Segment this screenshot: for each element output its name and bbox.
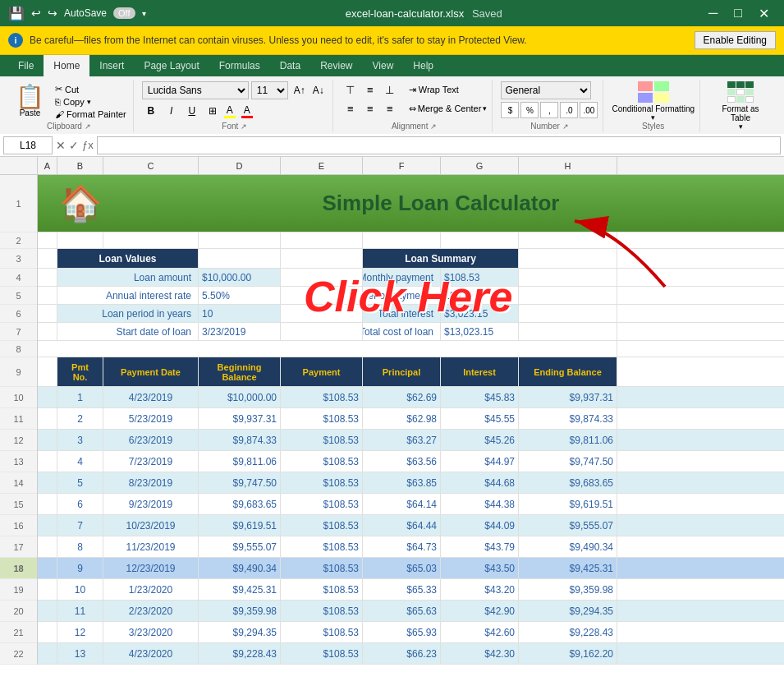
cell-date-18[interactable]: 12/23/2019 xyxy=(103,558,199,578)
cell-principal-11[interactable]: $62.98 xyxy=(363,408,441,429)
tab-data[interactable]: Data xyxy=(270,55,310,76)
cut-button[interactable]: ✂ Cut xyxy=(53,83,128,95)
cell-B2[interactable] xyxy=(57,232,103,248)
merge-center-button[interactable]: ⇔ Merge & Center ▾ xyxy=(409,104,488,114)
cell-ending-11[interactable]: $9,874.33 xyxy=(519,408,617,429)
cell-begin-10[interactable]: $10,000.00 xyxy=(199,387,281,407)
align-right-btn[interactable]: ≡ xyxy=(381,100,399,117)
tab-review[interactable]: Review xyxy=(310,55,362,76)
cell-ending-21[interactable]: $9,228.43 xyxy=(519,622,617,642)
cell-payment-10[interactable]: $108.53 xyxy=(281,387,363,407)
align-center-btn[interactable]: ≡ xyxy=(361,100,379,117)
cell-ending-19[interactable]: $9,359.98 xyxy=(519,579,617,600)
cell-pmt-15[interactable]: 6 xyxy=(57,494,103,514)
cell-principal-10[interactable]: $62.69 xyxy=(363,387,441,407)
row-num-22[interactable]: 22 xyxy=(0,643,37,665)
cell-payment-11[interactable]: $108.53 xyxy=(281,408,363,429)
cell-A11[interactable] xyxy=(38,408,57,429)
maximize-btn[interactable]: □ xyxy=(727,4,749,23)
paste-button[interactable]: 📋 Paste xyxy=(10,83,50,120)
cell-interest-22[interactable]: $42.30 xyxy=(441,643,519,664)
minimize-btn[interactable]: ─ xyxy=(702,4,724,23)
cell-A1[interactable] xyxy=(38,175,57,232)
cell-principal-19[interactable]: $65.33 xyxy=(363,579,441,600)
tab-home[interactable]: Home xyxy=(44,55,89,76)
cell-interest-11[interactable]: $45.55 xyxy=(441,408,519,429)
font-family-select[interactable]: Lucida Sans xyxy=(142,81,249,99)
cell-ending-13[interactable]: $9,747.50 xyxy=(519,451,617,472)
cell-A2[interactable] xyxy=(38,232,57,248)
close-btn[interactable]: ✕ xyxy=(752,4,776,23)
cell-A17[interactable] xyxy=(38,536,57,557)
cell-E6[interactable] xyxy=(281,305,363,322)
cell-date-15[interactable]: 9/23/2019 xyxy=(103,494,199,514)
cell-ending-17[interactable]: $9,490.34 xyxy=(519,536,617,557)
cell-pmt-17[interactable]: 8 xyxy=(57,536,103,557)
cell-interest-20[interactable]: $42.90 xyxy=(441,601,519,621)
cell-interest-13[interactable]: $44.97 xyxy=(441,451,519,472)
cell-date-10[interactable]: 4/23/2019 xyxy=(103,387,199,407)
cell-A7[interactable] xyxy=(38,323,57,340)
cell-begin-19[interactable]: $9,425.31 xyxy=(199,579,281,600)
cell-E2[interactable] xyxy=(281,232,363,248)
cond-format-dropdown[interactable]: ▾ xyxy=(651,113,655,122)
tab-view[interactable]: View xyxy=(363,55,404,76)
row-num-6[interactable]: 6 xyxy=(0,305,37,323)
start-date-value[interactable]: 3/23/2019 xyxy=(199,323,281,340)
cell-B1[interactable]: 🏠 xyxy=(57,175,103,232)
cell-reference-input[interactable] xyxy=(3,136,53,154)
tab-help[interactable]: Help xyxy=(403,55,443,76)
cell-A20[interactable] xyxy=(38,601,57,621)
cell-payment-13[interactable]: $108.53 xyxy=(281,451,363,472)
cell-begin-11[interactable]: $9,937.31 xyxy=(199,408,281,429)
row-num-21[interactable]: 21 xyxy=(0,622,37,643)
cell-pmt-10[interactable]: 1 xyxy=(57,387,103,407)
interest-rate-value[interactable]: 5.50% xyxy=(199,287,281,304)
cell-payment-22[interactable]: $108.53 xyxy=(281,643,363,664)
cond-format-icon-wrapper[interactable]: Conditional Formatting ▾ xyxy=(612,81,695,122)
save-icon[interactable]: 💾 xyxy=(8,6,25,21)
row-num-13[interactable]: 13 xyxy=(0,451,37,472)
align-left-btn[interactable]: ≡ xyxy=(342,100,360,117)
cell-E1[interactable]: Simple Loan Calculator xyxy=(281,175,601,232)
cell-payment-17[interactable]: $108.53 xyxy=(281,536,363,557)
cell-pmt-18[interactable]: 9 xyxy=(57,558,103,578)
cell-ending-10[interactable]: $9,937.31 xyxy=(519,387,617,407)
decrease-decimal-btn[interactable]: .0 xyxy=(560,102,578,118)
cell-A4[interactable] xyxy=(38,269,57,286)
cell-E7[interactable] xyxy=(281,323,363,340)
cell-ending-15[interactable]: $9,619.51 xyxy=(519,494,617,514)
merge-dropdown[interactable]: ▾ xyxy=(483,104,487,113)
tab-file[interactable]: File xyxy=(8,55,44,76)
cell-G1[interactable] xyxy=(679,175,757,232)
cell-pmt-11[interactable]: 2 xyxy=(57,408,103,429)
format-painter-button[interactable]: 🖌 Format Painter xyxy=(53,108,128,120)
cell-pmt-19[interactable]: 10 xyxy=(57,579,103,600)
wrap-text-button[interactable]: ⇥ Wrap Text xyxy=(409,85,459,95)
row-num-10[interactable]: 10 xyxy=(0,387,37,408)
cell-date-16[interactable]: 10/23/2019 xyxy=(103,515,199,536)
row-8-cells[interactable] xyxy=(38,341,617,357)
cell-begin-21[interactable]: $9,294.35 xyxy=(199,622,281,642)
cell-F2[interactable] xyxy=(363,232,441,248)
underline-button[interactable]: U xyxy=(183,102,201,120)
italic-button[interactable]: I xyxy=(163,102,181,120)
redo-icon[interactable]: ↪ xyxy=(48,7,57,20)
row-num-3[interactable]: 3 xyxy=(0,249,37,269)
row-num-18[interactable]: 18 xyxy=(0,558,37,579)
format-table-wrapper[interactable]: Format asTable ▾ xyxy=(722,81,759,131)
copy-button[interactable]: ⎘ Copy ▾ xyxy=(53,96,128,108)
cell-A19[interactable] xyxy=(38,579,57,600)
cell-interest-14[interactable]: $44.68 xyxy=(441,472,519,493)
formula-input[interactable] xyxy=(97,136,781,154)
dollar-btn[interactable]: $ xyxy=(501,102,519,118)
cell-F1[interactable] xyxy=(601,175,679,232)
cell-A16[interactable] xyxy=(38,515,57,536)
col-header-A[interactable]: A xyxy=(38,157,57,174)
cell-principal-14[interactable]: $63.85 xyxy=(363,472,441,493)
font-size-select[interactable]: 11 xyxy=(251,81,288,99)
cell-H6[interactable] xyxy=(519,305,617,322)
cell-principal-16[interactable]: $64.44 xyxy=(363,515,441,536)
cell-interest-21[interactable]: $42.60 xyxy=(441,622,519,642)
cell-H7[interactable] xyxy=(519,323,617,340)
